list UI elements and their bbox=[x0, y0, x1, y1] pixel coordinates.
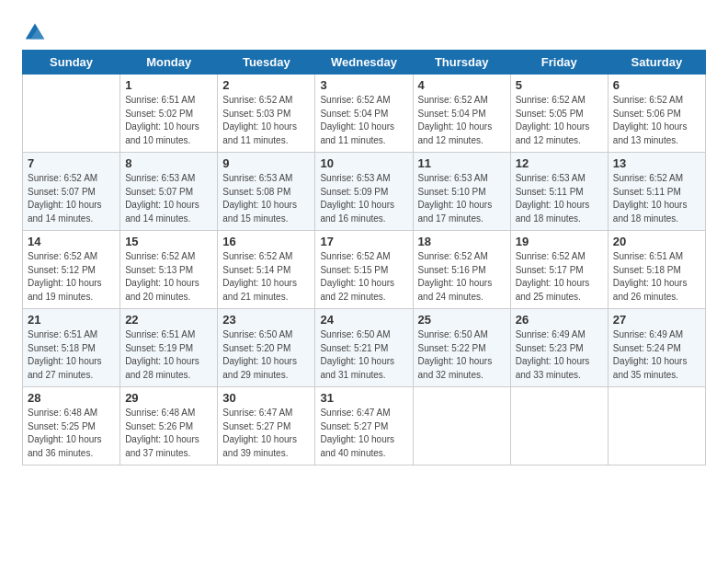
day-info: Sunrise: 6:52 AM Sunset: 5:04 PM Dayligh… bbox=[418, 94, 506, 147]
header-day-tuesday: Tuesday bbox=[218, 51, 315, 75]
day-info: Sunrise: 6:51 AM Sunset: 5:18 PM Dayligh… bbox=[28, 328, 115, 382]
calendar-week-row: 14Sunrise: 6:52 AM Sunset: 5:12 PM Dayli… bbox=[23, 231, 706, 309]
day-info: Sunrise: 6:52 AM Sunset: 5:05 PM Dayligh… bbox=[516, 94, 603, 147]
calendar-cell: 25Sunrise: 6:50 AM Sunset: 5:22 PM Dayli… bbox=[413, 309, 510, 387]
day-number: 16 bbox=[222, 235, 310, 248]
calendar-cell: 29Sunrise: 6:48 AM Sunset: 5:26 PM Dayli… bbox=[120, 387, 218, 465]
day-number: 5 bbox=[516, 78, 603, 92]
day-info: Sunrise: 6:52 AM Sunset: 5:03 PM Dayligh… bbox=[222, 94, 310, 147]
calendar-week-row: 28Sunrise: 6:48 AM Sunset: 5:25 PM Dayli… bbox=[23, 387, 706, 465]
calendar-header-row: SundayMondayTuesdayWednesdayThursdayFrid… bbox=[23, 51, 706, 75]
day-info: Sunrise: 6:53 AM Sunset: 5:10 PM Dayligh… bbox=[418, 172, 506, 225]
calendar-table: SundayMondayTuesdayWednesdayThursdayFrid… bbox=[22, 50, 706, 465]
day-info: Sunrise: 6:47 AM Sunset: 5:27 PM Dayligh… bbox=[222, 407, 310, 460]
day-number: 15 bbox=[125, 235, 212, 248]
day-info: Sunrise: 6:52 AM Sunset: 5:07 PM Dayligh… bbox=[28, 172, 115, 225]
day-info: Sunrise: 6:50 AM Sunset: 5:20 PM Dayligh… bbox=[222, 328, 310, 382]
calendar-cell: 31Sunrise: 6:47 AM Sunset: 5:27 PM Dayli… bbox=[315, 387, 413, 465]
calendar-cell: 20Sunrise: 6:51 AM Sunset: 5:18 PM Dayli… bbox=[608, 231, 705, 309]
day-info: Sunrise: 6:53 AM Sunset: 5:07 PM Dayligh… bbox=[125, 172, 212, 225]
header-day-saturday: Saturday bbox=[608, 51, 705, 75]
calendar-week-row: 7Sunrise: 6:52 AM Sunset: 5:07 PM Daylig… bbox=[23, 153, 706, 231]
day-info: Sunrise: 6:49 AM Sunset: 5:24 PM Dayligh… bbox=[613, 328, 700, 382]
day-number: 2 bbox=[222, 78, 310, 92]
calendar-cell: 4Sunrise: 6:52 AM Sunset: 5:04 PM Daylig… bbox=[413, 75, 510, 153]
calendar-cell: 8Sunrise: 6:53 AM Sunset: 5:07 PM Daylig… bbox=[120, 153, 218, 231]
day-info: Sunrise: 6:50 AM Sunset: 5:22 PM Dayligh… bbox=[418, 328, 506, 382]
day-number: 30 bbox=[222, 391, 310, 405]
day-info: Sunrise: 6:52 AM Sunset: 5:11 PM Dayligh… bbox=[613, 172, 700, 225]
day-number: 23 bbox=[222, 313, 310, 327]
day-number: 12 bbox=[516, 156, 603, 170]
day-info: Sunrise: 6:53 AM Sunset: 5:08 PM Dayligh… bbox=[222, 172, 310, 225]
logo-icon bbox=[22, 18, 48, 44]
calendar-cell: 30Sunrise: 6:47 AM Sunset: 5:27 PM Dayli… bbox=[218, 387, 315, 465]
calendar-cell: 27Sunrise: 6:49 AM Sunset: 5:24 PM Dayli… bbox=[608, 309, 705, 387]
day-number: 19 bbox=[516, 235, 603, 248]
day-info: Sunrise: 6:48 AM Sunset: 5:26 PM Dayligh… bbox=[125, 407, 212, 460]
day-info: Sunrise: 6:52 AM Sunset: 5:13 PM Dayligh… bbox=[125, 250, 212, 304]
day-info: Sunrise: 6:48 AM Sunset: 5:25 PM Dayligh… bbox=[28, 407, 115, 460]
day-number: 6 bbox=[613, 78, 700, 92]
day-info: Sunrise: 6:51 AM Sunset: 5:18 PM Dayligh… bbox=[613, 250, 700, 304]
day-number: 29 bbox=[125, 391, 212, 405]
day-info: Sunrise: 6:53 AM Sunset: 5:09 PM Dayligh… bbox=[320, 172, 407, 225]
calendar-cell: 26Sunrise: 6:49 AM Sunset: 5:23 PM Dayli… bbox=[510, 309, 608, 387]
header-day-wednesday: Wednesday bbox=[315, 51, 413, 75]
page-header bbox=[22, 18, 706, 44]
day-number: 7 bbox=[28, 156, 115, 170]
day-number: 4 bbox=[418, 78, 506, 92]
calendar-cell bbox=[23, 75, 120, 153]
calendar-cell: 21Sunrise: 6:51 AM Sunset: 5:18 PM Dayli… bbox=[23, 309, 120, 387]
calendar-cell: 12Sunrise: 6:53 AM Sunset: 5:11 PM Dayli… bbox=[510, 153, 608, 231]
calendar-cell: 15Sunrise: 6:52 AM Sunset: 5:13 PM Dayli… bbox=[120, 231, 218, 309]
calendar-cell: 3Sunrise: 6:52 AM Sunset: 5:04 PM Daylig… bbox=[315, 75, 413, 153]
calendar-cell: 7Sunrise: 6:52 AM Sunset: 5:07 PM Daylig… bbox=[23, 153, 120, 231]
day-info: Sunrise: 6:52 AM Sunset: 5:16 PM Dayligh… bbox=[418, 250, 506, 304]
day-info: Sunrise: 6:47 AM Sunset: 5:27 PM Dayligh… bbox=[320, 407, 407, 460]
header-day-friday: Friday bbox=[510, 51, 608, 75]
day-number: 9 bbox=[222, 156, 310, 170]
calendar-week-row: 21Sunrise: 6:51 AM Sunset: 5:18 PM Dayli… bbox=[23, 309, 706, 387]
calendar-cell: 2Sunrise: 6:52 AM Sunset: 5:03 PM Daylig… bbox=[218, 75, 315, 153]
calendar-cell: 28Sunrise: 6:48 AM Sunset: 5:25 PM Dayli… bbox=[23, 387, 120, 465]
day-info: Sunrise: 6:49 AM Sunset: 5:23 PM Dayligh… bbox=[516, 328, 603, 382]
day-number: 24 bbox=[320, 313, 407, 327]
calendar-cell: 1Sunrise: 6:51 AM Sunset: 5:02 PM Daylig… bbox=[120, 75, 218, 153]
day-number: 14 bbox=[28, 235, 115, 248]
calendar-cell: 23Sunrise: 6:50 AM Sunset: 5:20 PM Dayli… bbox=[218, 309, 315, 387]
calendar-cell: 10Sunrise: 6:53 AM Sunset: 5:09 PM Dayli… bbox=[315, 153, 413, 231]
day-number: 11 bbox=[418, 156, 506, 170]
calendar-cell: 14Sunrise: 6:52 AM Sunset: 5:12 PM Dayli… bbox=[23, 231, 120, 309]
day-number: 28 bbox=[28, 391, 115, 405]
calendar-cell: 9Sunrise: 6:53 AM Sunset: 5:08 PM Daylig… bbox=[218, 153, 315, 231]
calendar-cell: 16Sunrise: 6:52 AM Sunset: 5:14 PM Dayli… bbox=[218, 231, 315, 309]
calendar-cell bbox=[413, 387, 510, 465]
day-info: Sunrise: 6:52 AM Sunset: 5:17 PM Dayligh… bbox=[516, 250, 603, 304]
calendar-cell: 24Sunrise: 6:50 AM Sunset: 5:21 PM Dayli… bbox=[315, 309, 413, 387]
day-info: Sunrise: 6:52 AM Sunset: 5:04 PM Dayligh… bbox=[320, 94, 407, 147]
header-day-monday: Monday bbox=[120, 51, 218, 75]
day-number: 20 bbox=[613, 235, 700, 248]
calendar-cell bbox=[510, 387, 608, 465]
day-number: 8 bbox=[125, 156, 212, 170]
calendar-cell: 5Sunrise: 6:52 AM Sunset: 5:05 PM Daylig… bbox=[510, 75, 608, 153]
calendar-cell: 13Sunrise: 6:52 AM Sunset: 5:11 PM Dayli… bbox=[608, 153, 705, 231]
day-number: 1 bbox=[125, 78, 212, 92]
calendar-cell: 19Sunrise: 6:52 AM Sunset: 5:17 PM Dayli… bbox=[510, 231, 608, 309]
day-number: 10 bbox=[320, 156, 407, 170]
calendar-cell: 11Sunrise: 6:53 AM Sunset: 5:10 PM Dayli… bbox=[413, 153, 510, 231]
header-day-thursday: Thursday bbox=[413, 51, 510, 75]
day-number: 22 bbox=[125, 313, 212, 327]
day-info: Sunrise: 6:52 AM Sunset: 5:14 PM Dayligh… bbox=[222, 250, 310, 304]
calendar-cell bbox=[608, 387, 705, 465]
day-number: 18 bbox=[418, 235, 506, 248]
calendar-cell: 22Sunrise: 6:51 AM Sunset: 5:19 PM Dayli… bbox=[120, 309, 218, 387]
day-info: Sunrise: 6:52 AM Sunset: 5:12 PM Dayligh… bbox=[28, 250, 115, 304]
calendar-week-row: 1Sunrise: 6:51 AM Sunset: 5:02 PM Daylig… bbox=[23, 75, 706, 153]
logo bbox=[22, 18, 51, 44]
day-number: 3 bbox=[320, 78, 407, 92]
calendar-cell: 6Sunrise: 6:52 AM Sunset: 5:06 PM Daylig… bbox=[608, 75, 705, 153]
day-number: 21 bbox=[28, 313, 115, 327]
day-info: Sunrise: 6:51 AM Sunset: 5:02 PM Dayligh… bbox=[125, 94, 212, 147]
